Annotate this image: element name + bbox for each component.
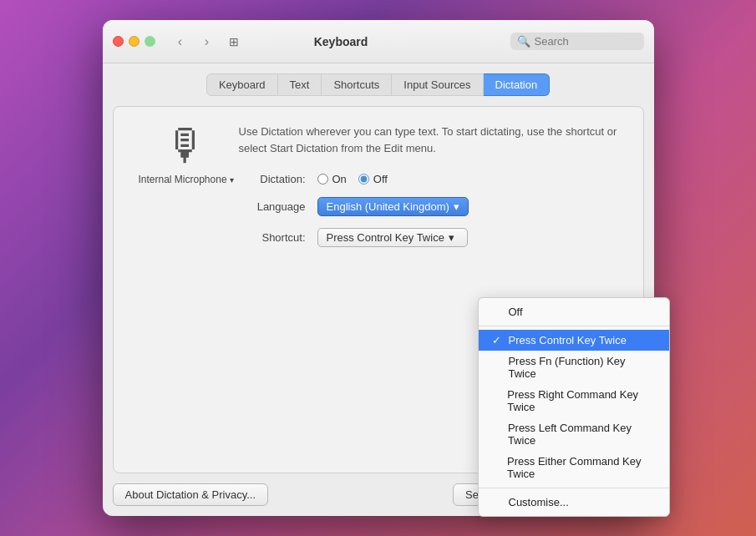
- titlebar: ‹ › ⊞ Keyboard 🔍: [103, 20, 654, 63]
- dropdown-item-fn[interactable]: Press Fn (Function) Key Twice: [479, 351, 669, 384]
- dictation-radio-group: On Off: [317, 173, 388, 185]
- shortcut-value: Press Control Key Twice: [327, 231, 444, 244]
- shortcut-label: Shortcut:: [239, 231, 306, 244]
- language-dropdown[interactable]: English (United Kingdom) ▾: [317, 197, 469, 216]
- language-chevron: ▾: [454, 200, 459, 213]
- search-bar[interactable]: 🔍: [510, 33, 644, 50]
- shortcut-dropdown[interactable]: Press Control Key Twice ▾: [317, 228, 468, 247]
- close-button[interactable]: [113, 36, 124, 47]
- language-label: Language: [239, 200, 306, 213]
- shortcut-row: Shortcut: Press Control Key Twice ▾: [139, 228, 618, 247]
- mic-label: Internal Microphone ▾: [139, 174, 234, 185]
- radio-off-option[interactable]: Off: [358, 173, 388, 185]
- dropdown-item-right-cmd[interactable]: Press Right Command Key Twice: [479, 384, 669, 417]
- radio-off-label: Off: [373, 173, 388, 185]
- dropdown-separator-1: [479, 326, 669, 326]
- dropdown-separator-2: [479, 488, 669, 488]
- minimize-button[interactable]: [129, 36, 140, 47]
- traffic-lights: [113, 36, 155, 47]
- dropdown-item-either-cmd[interactable]: Press Either Command Key Twice: [479, 451, 669, 484]
- mic-area: 🎙 Internal Microphone ▾: [139, 124, 234, 185]
- tab-keyboard[interactable]: Keyboard: [206, 73, 278, 96]
- tab-dictation[interactable]: Dictation: [484, 73, 551, 96]
- main-window: ‹ › ⊞ Keyboard 🔍 Keyboard Text Shortcuts…: [103, 20, 654, 516]
- radio-on-option[interactable]: On: [317, 173, 347, 185]
- content-panel: 🎙 Internal Microphone ▾ Use Dictation wh…: [113, 106, 644, 473]
- dropdown-item-left-cmd[interactable]: Press Left Command Key Twice: [479, 417, 669, 451]
- microphone-icon: 🎙: [165, 124, 208, 167]
- shortcut-dropdown-menu: Off ✓ Press Control Key Twice Press Fn (…: [478, 297, 670, 517]
- radio-on-label: On: [332, 173, 347, 185]
- mic-dropdown-arrow[interactable]: ▾: [230, 175, 234, 185]
- dropdown-item-off[interactable]: Off: [479, 301, 669, 322]
- language-row: Language English (United Kingdom) ▾: [139, 197, 618, 216]
- shortcut-chevron: ▾: [449, 231, 454, 244]
- tab-shortcuts[interactable]: Shortcuts: [322, 73, 392, 96]
- about-dictation-button[interactable]: About Dictation & Privacy...: [113, 483, 269, 506]
- tabs-bar: Keyboard Text Shortcuts Input Sources Di…: [103, 63, 654, 96]
- check-ctrl: ✓: [492, 334, 504, 346]
- tab-text[interactable]: Text: [278, 73, 322, 96]
- maximize-button[interactable]: [145, 36, 155, 47]
- radio-on[interactable]: [317, 174, 328, 185]
- dropdown-item-ctrl[interactable]: ✓ Press Control Key Twice: [479, 330, 669, 351]
- search-input[interactable]: [535, 35, 637, 48]
- dropdown-item-customise[interactable]: Customise...: [479, 492, 669, 513]
- window-title: Keyboard: [179, 35, 504, 48]
- dictation-label: Dictation:: [239, 173, 306, 185]
- tab-input-sources[interactable]: Input Sources: [392, 73, 483, 96]
- radio-off[interactable]: [358, 174, 369, 185]
- search-icon: 🔍: [517, 35, 530, 48]
